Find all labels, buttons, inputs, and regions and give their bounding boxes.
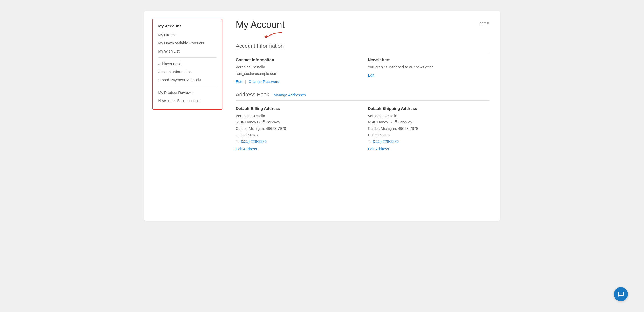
manage-addresses-link[interactable]: Manage Addresses [274,93,306,97]
newsletters-title: Newsletters [368,57,489,62]
admin-label: admin [480,21,489,25]
arrow-icon [252,30,284,39]
billing-phone-label: T: [236,139,239,144]
billing-edit-address-link[interactable]: Edit Address [236,147,257,151]
shipping-name: Veronica Costello [368,113,489,119]
contact-name: Veronica Costello [236,64,357,71]
newsletters-edit-link[interactable]: Edit [368,73,374,77]
sidebar-divider-1 [158,57,216,58]
billing-address-content: Veronica Costello 6146 Honey Bluff Parkw… [236,113,357,152]
billing-phone-link[interactable]: (555) 229-3326 [241,139,267,144]
sidebar-item-address-book[interactable]: Address Book [153,60,222,68]
shipping-phone-link[interactable]: (555) 229-3326 [373,139,399,144]
shipping-city-state-zip: Calder, Michigan, 49628-7978 [368,126,489,132]
sidebar-item-my-product-reviews[interactable]: My Product Reviews [153,89,222,97]
page-wrapper: My Account My Orders My Downloadable Pro… [144,11,500,221]
shipping-address-content: Veronica Costello 6146 Honey Bluff Parkw… [368,113,489,152]
contact-info-col: Contact Information Veronica Costello ro… [236,57,357,85]
newsletters-text: You aren't subscribed to our newsletter. [368,64,489,71]
compare-products-section [236,159,489,164]
contact-actions: Edit | Change Password [236,79,357,85]
account-info-section-title: Account Information [236,43,489,49]
sidebar: My Account My Orders My Downloadable Pro… [152,19,222,110]
newsletters-col: Newsletters You aren't subscribed to our… [368,57,489,85]
contact-separator: | [245,79,246,84]
shipping-edit-address-link[interactable]: Edit Address [368,147,389,151]
newsletters-content: You aren't subscribed to our newsletter.… [368,64,489,79]
page-title: My Account [236,19,285,30]
shipping-street: 6146 Honey Bluff Parkway [368,119,489,126]
billing-name: Veronica Costello [236,113,357,119]
billing-country: United States [236,132,357,138]
sidebar-below [152,156,222,165]
account-info-columns: Contact Information Veronica Costello ro… [236,57,489,85]
shipping-phone: T: (555) 229-3326 [368,138,489,145]
shipping-phone-label: T: [368,139,371,144]
billing-city-state-zip: Calder, Michigan, 49628-7978 [236,126,357,132]
contact-email: roni_cost@example.com [236,71,357,77]
contact-change-password-link[interactable]: Change Password [249,79,279,84]
account-info-divider [236,52,489,52]
shipping-country: United States [368,132,489,138]
billing-address-col: Default Billing Address Veronica Costell… [236,106,357,152]
address-book-divider [236,100,489,101]
billing-street: 6146 Honey Bluff Parkway [236,119,357,126]
sidebar-item-account-information[interactable]: Account Information [153,68,222,76]
contact-info-content: Veronica Costello roni_cost@example.com … [236,64,357,85]
sidebar-item-my-orders[interactable]: My Orders [153,31,222,39]
address-book-section-title: Address Book [236,92,270,98]
shipping-address-title: Default Shipping Address [368,106,489,111]
address-book-columns: Default Billing Address Veronica Costell… [236,106,489,152]
contact-edit-link[interactable]: Edit [236,79,242,84]
sidebar-item-my-downloadable-products[interactable]: My Downloadable Products [153,39,222,47]
sidebar-item-stored-payment-methods[interactable]: Stored Payment Methods [153,76,222,84]
newsletters-actions: Edit [368,72,489,79]
sidebar-title: My Account [153,24,222,31]
main-header: My Account admin [236,19,489,30]
address-book-section-header-row: Address Book Manage Addresses [236,92,489,98]
sidebar-divider-2 [158,86,216,86]
main-content: My Account admin Account Information Con… [233,19,492,213]
billing-address-title: Default Billing Address [236,106,357,111]
sidebar-item-my-wish-list[interactable]: My Wish List [153,47,222,55]
chat-icon [618,291,624,297]
contact-info-title: Contact Information [236,57,357,62]
billing-phone: T: (555) 229-3326 [236,138,357,145]
arrow-annotation [236,30,489,39]
chat-button[interactable] [614,287,628,301]
shipping-address-col: Default Shipping Address Veronica Costel… [368,106,489,152]
sidebar-item-newsletter-subscriptions[interactable]: Newsletter Subscriptions [153,97,222,105]
